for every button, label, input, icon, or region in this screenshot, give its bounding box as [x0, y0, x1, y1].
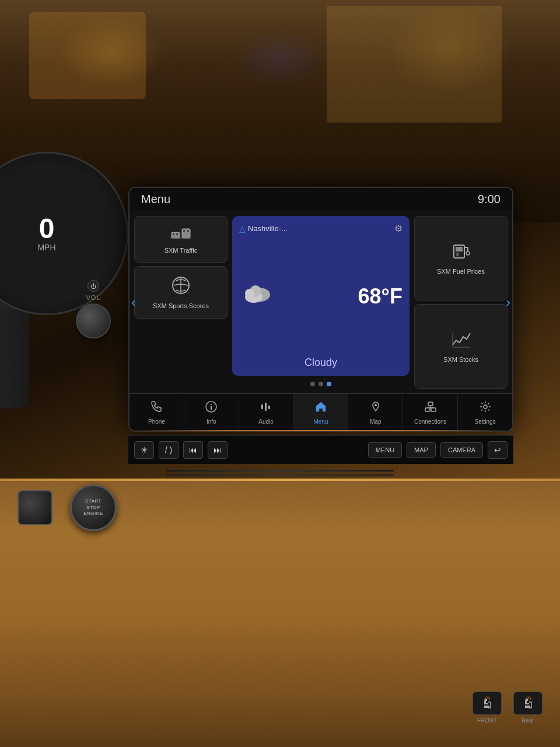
controls-bar: ☀ / ) ⏮ ⏭ MENU MAP CAMERA ↩	[128, 435, 513, 464]
nav-tabs-bar: Phone Info	[130, 393, 512, 431]
center-panel: △ Nashville-... ⚙	[232, 216, 410, 389]
rear-heated-seat: Rear	[513, 692, 542, 724]
menu-hardkey[interactable]: MENU	[368, 442, 402, 458]
brightness-button[interactable]: ☀	[134, 441, 154, 459]
next-icon: ⏭	[214, 445, 222, 455]
svg-rect-26	[268, 406, 270, 409]
back-hardkey[interactable]: ↩	[488, 441, 508, 459]
connections-icon	[424, 400, 437, 417]
next-track-button[interactable]: ⏭	[208, 441, 228, 459]
svg-rect-24	[261, 404, 263, 409]
vent-slat-1	[166, 470, 394, 472]
info-icon	[205, 400, 218, 417]
front-heated-seat: FRONT	[473, 692, 502, 724]
front-label: FRONT	[477, 717, 497, 724]
tab-audio[interactable]: Audio	[239, 394, 294, 431]
brightness-auto-button[interactable]: / )	[159, 441, 178, 459]
svg-point-35	[484, 405, 487, 409]
weather-header: △ Nashville-... ⚙	[239, 223, 402, 234]
svg-rect-5	[187, 230, 189, 232]
map-icon	[369, 400, 382, 417]
front-seat-button[interactable]	[473, 692, 502, 715]
power-button[interactable]: ⏻	[88, 280, 99, 292]
sxm-stocks-tile[interactable]: SXM Stocks	[414, 304, 508, 389]
audio-icon	[260, 400, 272, 417]
location-icon: △	[239, 224, 246, 233]
volume-knob[interactable]	[76, 303, 111, 338]
screen-header: Menu 9:00	[130, 188, 512, 211]
weather-body: 68°F	[239, 239, 402, 354]
power-icon: ⏻	[90, 283, 96, 289]
start-stop-button[interactable]: START STOP ENGINE	[70, 484, 117, 531]
back-icon: ↩	[494, 445, 501, 455]
auto-icon: / )	[165, 445, 172, 455]
svg-point-27	[374, 404, 377, 406]
weather-temp-area: 68°F	[358, 284, 402, 309]
sxm-sports-label: SXM Sports Scores	[153, 302, 209, 310]
tab-info-label: Info	[206, 418, 216, 425]
screen-content: ‹ SXM Traffic	[130, 211, 512, 393]
sxm-stocks-label: SXM Stocks	[443, 356, 478, 364]
prev-track-button[interactable]: ⏮	[183, 441, 203, 459]
sxm-stocks-icon	[450, 329, 471, 352]
bokeh-light-3	[233, 29, 327, 88]
rear-seat-button[interactable]	[513, 692, 542, 715]
right-panel: › $ SXM Fuel Prices	[414, 216, 508, 389]
svg-text:$: $	[456, 252, 459, 257]
weather-widget[interactable]: △ Nashville-... ⚙	[232, 216, 410, 376]
tab-settings-label: Settings	[475, 418, 496, 425]
weather-location-text: Nashville-...	[248, 224, 288, 233]
svg-rect-28	[428, 402, 433, 406]
nav-arrow-left[interactable]: ‹	[131, 294, 136, 310]
bottom-controls: FRONT Rear	[473, 692, 542, 724]
settings-icon	[479, 400, 492, 417]
sxm-traffic-icon	[170, 224, 191, 243]
clock-display: 9:00	[478, 193, 501, 206]
tab-menu[interactable]: Menu	[294, 394, 349, 431]
tab-info[interactable]: Info	[184, 394, 239, 431]
sxm-sports-icon	[170, 275, 191, 299]
tab-audio-label: Audio	[258, 418, 274, 425]
brightness-icon: ☀	[141, 445, 148, 455]
sxm-fuel-icon: $	[450, 240, 471, 264]
speed-unit: MPH	[37, 243, 55, 252]
left-panel: ‹ SXM Traffic	[134, 216, 228, 389]
svg-rect-0	[172, 232, 180, 238]
camera-hardkey[interactable]: CAMERA	[440, 442, 483, 458]
sxm-traffic-label: SXM Traffic	[164, 247, 198, 254]
page-indicator	[232, 379, 410, 389]
sxm-fuel-label: SXM Fuel Prices	[437, 268, 485, 275]
menu-home-icon	[314, 400, 327, 417]
dot-1	[310, 382, 315, 386]
weather-location: △ Nashville-...	[239, 224, 288, 233]
volume-label: VOL	[86, 294, 100, 301]
svg-rect-4	[183, 230, 185, 232]
tab-phone[interactable]: Phone	[130, 394, 184, 431]
weather-icon	[239, 278, 274, 315]
screen-title: Menu	[141, 193, 170, 206]
tab-map-label: Map	[370, 418, 381, 425]
svg-rect-14	[456, 247, 463, 252]
svg-point-12	[245, 289, 254, 298]
weather-temperature: 68°F	[358, 284, 402, 309]
prev-icon: ⏮	[189, 445, 197, 455]
weather-condition: Cloudy	[239, 357, 402, 369]
svg-rect-2	[173, 233, 174, 235]
sxm-sports-tile[interactable]: SXM Sports Scores	[134, 266, 228, 319]
sxm-traffic-tile[interactable]: SXM Traffic	[134, 216, 228, 263]
svg-rect-1	[182, 229, 190, 238]
weather-settings-icon[interactable]: ⚙	[394, 223, 402, 234]
sxm-fuel-tile[interactable]: $ SXM Fuel Prices	[414, 216, 508, 301]
tab-connections[interactable]: Connections	[403, 394, 458, 431]
svg-rect-29	[425, 408, 430, 411]
shift-knob[interactable]	[18, 490, 52, 525]
svg-point-23	[211, 404, 212, 405]
orange-accent-line	[130, 430, 512, 432]
tab-map[interactable]: Map	[348, 394, 403, 431]
tab-settings[interactable]: Settings	[458, 394, 512, 431]
start-stop-label: START STOP ENGINE	[83, 498, 103, 516]
svg-rect-3	[176, 233, 178, 235]
map-hardkey[interactable]: MAP	[407, 442, 436, 458]
svg-rect-30	[431, 408, 436, 411]
nav-arrow-right[interactable]: ›	[506, 294, 510, 310]
